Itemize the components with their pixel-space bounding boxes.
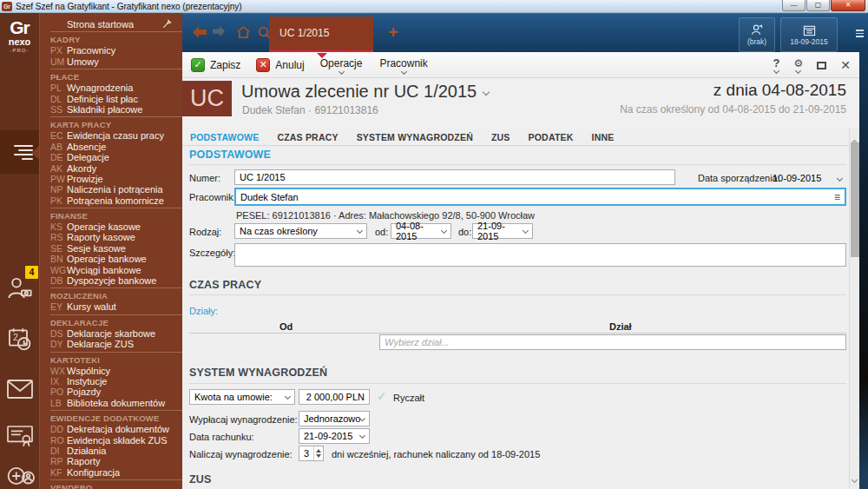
settings-menu[interactable]: ⚙ bbox=[794, 58, 804, 73]
sidebar-item-delegacje[interactable]: DEDelegacje bbox=[50, 152, 174, 162]
tab-podstawowe[interactable]: PODSTAWOWE bbox=[190, 132, 259, 142]
sidebar-item-konfiguracja[interactable]: KFKonfiguracja bbox=[50, 467, 174, 478]
wyplacaj-select[interactable]: Jednorazowo bbox=[299, 411, 370, 426]
forward-icon[interactable] bbox=[212, 25, 226, 37]
save-button[interactable]: ✓ Zapisz bbox=[191, 58, 240, 72]
section-heading-zus: ZUS bbox=[189, 473, 212, 486]
dzialy-label[interactable]: Działy: bbox=[189, 306, 218, 316]
sidebar-item-sesje-kasowe[interactable]: SESesje kasowe bbox=[50, 243, 174, 254]
spinner-down-icon[interactable] bbox=[316, 454, 321, 458]
tab-podatek[interactable]: PODATEK bbox=[529, 132, 574, 142]
sidebar-item-label: Instytucje bbox=[67, 376, 107, 387]
sidebar-section: PŁACEPLWynagrodzeniaDLDefinicje list pła… bbox=[50, 69, 182, 115]
chevron-down-icon bbox=[483, 88, 490, 95]
spinner-arrows[interactable] bbox=[313, 446, 323, 460]
logo-nexo: nexo bbox=[0, 37, 39, 47]
sidebar-item-naliczenia-i-potrącenia[interactable]: NPNaliczenia i potrącenia bbox=[50, 184, 174, 195]
sidebar-item-instytucje[interactable]: IXInstytucje bbox=[50, 376, 174, 387]
scrollbar-thumb[interactable] bbox=[851, 142, 859, 257]
od-date-select[interactable]: 04-08-2015 bbox=[391, 223, 451, 239]
sidebar-item-potrącenia-komornicze[interactable]: PKPotrącenia komornicze bbox=[50, 195, 174, 206]
od-label: od: bbox=[375, 227, 388, 237]
sidebar-item-dekretacja-dokumentów[interactable]: DDDekretacja dokumentów bbox=[50, 424, 174, 434]
certificate-icon[interactable] bbox=[6, 423, 34, 447]
sidebar-item-składniki-płacowe[interactable]: SSSkładniki płacowe bbox=[50, 104, 174, 115]
sidebar-item-ewidencja-składek-zus[interactable]: ROEwidencja składek ZUS bbox=[50, 435, 174, 446]
kwota-input[interactable]: 2 000,00 PLN bbox=[299, 389, 370, 405]
sidebar-item-wyciągi-bankowe[interactable]: WGWyciągi bankowe bbox=[50, 265, 174, 275]
sidebar-item-deklaracje-skarbowe[interactable]: DSDeklaracje skarbowe bbox=[50, 328, 174, 339]
sidebar-item-raporty[interactable]: RPRaporty bbox=[50, 456, 174, 466]
sidebar-item-label: Wyciągi bankowe bbox=[67, 265, 141, 275]
sidebar-item-dyspozycje-bankowe[interactable]: DBDyspozycje bankowe bbox=[50, 275, 174, 286]
tab-system-wynagrodzeń[interactable]: SYSTEM WYNAGRODZEŃ bbox=[357, 132, 473, 142]
maximize-button[interactable]: ▢ bbox=[806, 0, 830, 11]
sidebar-item-label: Naliczenia i potrącenia bbox=[67, 184, 163, 195]
sidebar-item-label: Raporty kasowe bbox=[67, 232, 135, 242]
sidebar-item-definicje-list-płac[interactable]: DLDefinicje list płac bbox=[50, 94, 174, 104]
pracownik-input[interactable]: Dudek Stefan ≡ bbox=[234, 188, 846, 206]
spinner-up-icon[interactable] bbox=[316, 449, 321, 453]
new-tab-icon[interactable]: + bbox=[388, 23, 398, 43]
close-button[interactable]: ✕ bbox=[831, 0, 865, 11]
sidebar-section-header-karta-pracy: KARTA PRACY bbox=[50, 119, 174, 130]
dzial-input[interactable]: Wybierz dział... bbox=[379, 334, 846, 350]
sidebar-section: KARTA PRACYECEwidencja czasu pracyABAbse… bbox=[50, 116, 182, 206]
rodzaj-select[interactable]: Na czas określony bbox=[234, 223, 367, 239]
data-sporzadzenia-select[interactable]: 10-09-2015 bbox=[773, 173, 842, 183]
sidebar-item-ewidencja-czasu-pracy[interactable]: ECEwidencja czasu pracy bbox=[50, 130, 174, 141]
back-icon[interactable] bbox=[192, 25, 207, 39]
tab-inne[interactable]: INNE bbox=[592, 132, 615, 142]
cancel-button[interactable]: ✕ Anuluj bbox=[256, 58, 304, 72]
sidebar-item-akordy[interactable]: AKAkordy bbox=[50, 163, 174, 174]
do-date-select[interactable]: 21-09-2015 bbox=[472, 223, 533, 239]
sidebar-item-absencje[interactable]: ABAbsencje bbox=[50, 142, 174, 152]
sidebar-item-wynagrodzenia[interactable]: PLWynagrodzenia bbox=[50, 83, 174, 93]
szczegoly-input[interactable] bbox=[234, 243, 846, 267]
navbar-menu-icon[interactable] bbox=[856, 30, 864, 37]
user-button[interactable]: (brak) bbox=[739, 17, 775, 52]
chevron-down-icon bbox=[359, 432, 365, 438]
document-title[interactable]: Umowa zlecenie nr UC 1/2015 bbox=[241, 82, 489, 102]
sidebar-item-raporty-kasowe[interactable]: RSRaporty kasowe bbox=[50, 232, 174, 242]
maximize-panel-icon[interactable] bbox=[817, 62, 826, 69]
sidebar-item-code: BN bbox=[50, 254, 67, 264]
tab-czas-pracy[interactable]: CZAS PRACY bbox=[277, 132, 338, 142]
document-tab[interactable]: UC 1/2015 bbox=[269, 17, 373, 53]
sidebar-item-strona-startowa[interactable]: Strona startowa bbox=[50, 19, 174, 30]
sidebar-item-działania[interactable]: DIDziałania bbox=[50, 446, 174, 456]
close-panel-icon[interactable]: ✕ bbox=[840, 58, 851, 72]
add-contact-icon[interactable] bbox=[6, 463, 36, 489]
sidebar-item-operacje-bankowe[interactable]: BNOperacje bankowe bbox=[50, 254, 174, 264]
do-value: 21-09-2015 bbox=[477, 221, 523, 241]
employee-menu[interactable]: Pracownik bbox=[379, 56, 427, 74]
sidebar-item-label: Pojazdy bbox=[67, 387, 101, 397]
sidebar-item-deklaracje-zus[interactable]: DYDeklaracje ZUS bbox=[50, 339, 174, 349]
sidebar-item-wspólnicy[interactable]: WXWspólnicy bbox=[50, 366, 174, 376]
operations-menu[interactable]: Operacje bbox=[320, 56, 363, 74]
document-title-text: Umowa zlecenie nr UC 1/2015 bbox=[241, 82, 477, 102]
numer-input[interactable]: UC 1/2015 bbox=[234, 169, 675, 185]
home-icon[interactable] bbox=[236, 25, 251, 39]
minimize-button[interactable]: — bbox=[782, 0, 806, 11]
tab-zus[interactable]: ZUS bbox=[491, 132, 510, 142]
ryczalt-checkbox[interactable]: ✓ bbox=[377, 389, 387, 403]
sidebar-item-biblioteka-dokumentów[interactable]: LBBiblioteka dokumentów bbox=[50, 398, 174, 408]
session-date-button[interactable]: 18-09-2015 bbox=[780, 17, 838, 52]
sidebar-item-pracownicy[interactable]: PXPracownicy bbox=[50, 45, 174, 56]
help-menu[interactable]: ? bbox=[773, 58, 780, 73]
sidebar-item-operacje-kasowe[interactable]: KSOperacje kasowe bbox=[50, 221, 174, 232]
naliczaj-spinner[interactable]: 3 bbox=[299, 446, 324, 461]
vertical-scrollbar[interactable] bbox=[849, 129, 859, 489]
calendar-clock-icon[interactable]: 2 bbox=[6, 326, 34, 354]
mail-icon[interactable] bbox=[6, 378, 34, 400]
sidebar-item-prowizje[interactable]: PWProwizje bbox=[50, 174, 174, 184]
sidebar-item-pojazdy[interactable]: POPojazdy bbox=[50, 387, 174, 397]
sidebar-item-kursy-walut[interactable]: EYKursy walut bbox=[50, 301, 174, 312]
field-menu-icon[interactable]: ≡ bbox=[834, 191, 840, 203]
kwota-type-select[interactable]: Kwota na umowie: bbox=[189, 389, 295, 405]
data-rachunku-select[interactable]: 21-09-2015 bbox=[299, 428, 370, 444]
sidebar-item-umowy[interactable]: UMUmowy bbox=[50, 56, 174, 67]
scroll-down-icon[interactable] bbox=[852, 477, 858, 483]
data-rachunku-value: 21-09-2015 bbox=[304, 431, 352, 441]
